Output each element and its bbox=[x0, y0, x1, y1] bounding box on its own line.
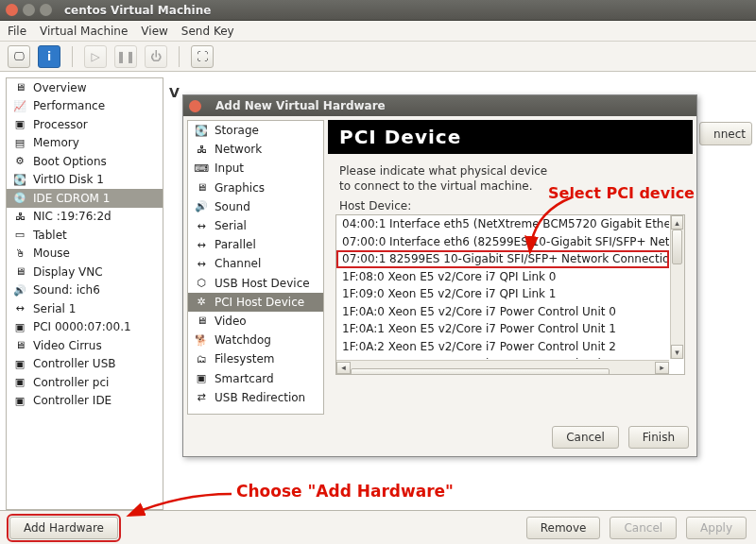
hw-type-icon: ⌨ bbox=[194, 162, 209, 175]
info-button[interactable]: i bbox=[38, 45, 60, 68]
sidebar-item[interactable]: 🔊Sound: ich6 bbox=[7, 281, 163, 300]
hardware-type-item[interactable]: 🖧Network bbox=[188, 140, 323, 159]
hardware-type-item[interactable]: ✲PCI Host Device bbox=[188, 293, 323, 312]
sidebar-item[interactable]: ▣Controller IDE bbox=[7, 392, 163, 411]
host-device-item[interactable]: 1F:0A:2 Xeon E5 v2/Core i7 Power Control… bbox=[336, 338, 669, 356]
add-hardware-button[interactable]: Add Hardware bbox=[9, 517, 118, 539]
device-icon: ▣ bbox=[12, 357, 27, 370]
host-device-item[interactable]: 04:00:1 Interface eth5 (NetXtreme BCM572… bbox=[336, 215, 669, 233]
device-icon: ▭ bbox=[12, 229, 27, 242]
hardware-type-item[interactable]: ⇄USB Redirection bbox=[188, 388, 323, 407]
hardware-type-item[interactable]: ⬡USB Host Device bbox=[188, 274, 323, 293]
device-icon: ▣ bbox=[12, 118, 27, 131]
scroll-down-icon[interactable]: ▾ bbox=[671, 345, 683, 359]
host-device-item[interactable]: 07:00:0 Interface eth6 (82599ES 10-Gigab… bbox=[336, 233, 669, 251]
remove-button[interactable]: Remove bbox=[526, 517, 601, 539]
pause-button[interactable]: ❚❚ bbox=[114, 45, 137, 68]
hardware-type-item[interactable]: ↔Parallel bbox=[188, 235, 323, 254]
sidebar-item-label: Performance bbox=[33, 99, 105, 112]
hardware-type-item[interactable]: ↔Channel bbox=[188, 254, 323, 273]
host-device-item[interactable]: 1F:09:0 Xeon E5 v2/Core i7 QPI Link 1 bbox=[336, 285, 669, 303]
sidebar-item-label: PCI 0000:07:00.1 bbox=[33, 320, 131, 333]
button-label: Cancel bbox=[624, 521, 662, 535]
cancel-button[interactable]: Cancel bbox=[610, 517, 677, 539]
maximize-icon[interactable] bbox=[40, 4, 52, 16]
hardware-type-item[interactable]: ↔Serial bbox=[188, 216, 323, 235]
button-label: nnect bbox=[713, 128, 746, 141]
hw-type-label: Graphics bbox=[215, 181, 265, 195]
dialog-finish-button[interactable]: Finish bbox=[628, 426, 689, 449]
minimize-icon[interactable] bbox=[23, 4, 35, 16]
hardware-type-item[interactable]: 🐕Watchdog bbox=[188, 331, 323, 349]
hardware-type-item[interactable]: ▣Smartcard bbox=[188, 368, 323, 387]
apply-button[interactable]: Apply bbox=[686, 517, 747, 539]
scroll-up-icon[interactable]: ▴ bbox=[671, 215, 683, 230]
menu-virtual-machine[interactable]: Virtual Machine bbox=[40, 25, 128, 38]
scroll-right-icon[interactable]: ▸ bbox=[655, 362, 669, 374]
menu-file[interactable]: File bbox=[8, 25, 26, 38]
hardware-type-item[interactable]: 🔊Sound bbox=[188, 197, 323, 216]
dialog-footer: Cancel Finish bbox=[183, 418, 696, 456]
host-device-item[interactable]: 1F:0A:3 Xeon E5 v2/Core i7 Power Control… bbox=[336, 355, 669, 359]
horizontal-scrollbar[interactable]: ◂ ▸ bbox=[336, 360, 669, 374]
sidebar-item[interactable]: ⚙Boot Options bbox=[7, 152, 163, 171]
sidebar-item[interactable]: ▭Tablet bbox=[7, 226, 163, 245]
host-device-list[interactable]: 04:00:1 Interface eth5 (NetXtreme BCM572… bbox=[335, 214, 685, 375]
sidebar-item[interactable]: 🖱Mouse bbox=[7, 245, 163, 264]
scroll-thumb[interactable] bbox=[351, 368, 610, 375]
hw-type-icon: ✲ bbox=[194, 296, 209, 309]
run-button[interactable]: ▷ bbox=[84, 45, 107, 68]
sidebar-item[interactable]: ↔Serial 1 bbox=[7, 299, 163, 318]
hw-type-icon: ⇄ bbox=[194, 391, 209, 404]
connect-button[interactable]: nnect bbox=[699, 122, 752, 145]
sidebar-item[interactable]: 💽VirtIO Disk 1 bbox=[7, 171, 163, 190]
scroll-thumb[interactable] bbox=[672, 230, 682, 264]
hw-type-label: Storage bbox=[215, 124, 259, 137]
close-icon[interactable] bbox=[6, 4, 18, 16]
host-device-item[interactable]: 1F:0A:1 Xeon E5 v2/Core i7 Power Control… bbox=[336, 320, 669, 338]
dialog-titlebar: Add New Virtual Hardware bbox=[183, 95, 696, 116]
dialog-page-header: PCI Device bbox=[328, 120, 693, 154]
hw-type-label: USB Redirection bbox=[215, 391, 305, 404]
hardware-type-item[interactable]: 🗂Filesystem bbox=[188, 349, 323, 368]
scroll-left-icon[interactable]: ◂ bbox=[336, 362, 351, 374]
hardware-type-item[interactable]: ⌨Input bbox=[188, 159, 323, 178]
menubar: File Virtual Machine View Send Key bbox=[0, 21, 756, 42]
bottom-bar: Add Hardware Remove Cancel Apply bbox=[0, 510, 756, 544]
sidebar-item[interactable]: ▤Memory bbox=[7, 134, 163, 153]
console-button[interactable]: 🖵 bbox=[8, 45, 30, 68]
hw-type-icon: 🖥 bbox=[194, 181, 209, 195]
hw-type-icon: 🔊 bbox=[194, 200, 209, 213]
close-icon[interactable] bbox=[189, 100, 201, 112]
sidebar-item[interactable]: ▣Controller USB bbox=[7, 355, 163, 374]
shutdown-button[interactable]: ⏻ bbox=[145, 45, 167, 68]
menu-view[interactable]: View bbox=[141, 25, 167, 38]
sidebar-item[interactable]: 🖥Video Cirrus bbox=[7, 336, 163, 355]
vertical-scrollbar[interactable]: ▴ ▾ bbox=[670, 215, 684, 359]
hw-type-icon: 💽 bbox=[194, 124, 209, 137]
host-device-item[interactable]: 07:00:1 82599ES 10-Gigabit SFI/SFP+ Netw… bbox=[336, 250, 669, 268]
sidebar-item[interactable]: ▣PCI 0000:07:00.1 bbox=[7, 318, 163, 337]
host-device-item[interactable]: 1F:0A:0 Xeon E5 v2/Core i7 Power Control… bbox=[336, 303, 669, 321]
host-device-item[interactable]: 1F:08:0 Xeon E5 v2/Core i7 QPI Link 0 bbox=[336, 268, 669, 286]
hardware-type-item[interactable]: 🖥Graphics bbox=[188, 178, 323, 197]
hardware-type-item[interactable]: 🖥Video bbox=[188, 312, 323, 331]
sidebar-item[interactable]: 🖥Overview bbox=[7, 78, 163, 97]
menu-send-key[interactable]: Send Key bbox=[181, 25, 234, 38]
hardware-type-item[interactable]: 💽Storage bbox=[188, 121, 323, 140]
sidebar-item[interactable]: 📈Performance bbox=[7, 97, 163, 116]
device-icon: 🖥 bbox=[12, 265, 27, 279]
hw-type-label: Watchdog bbox=[215, 333, 271, 347]
fullscreen-button[interactable]: ⛶ bbox=[191, 45, 214, 68]
sidebar-item[interactable]: 💿IDE CDROM 1 bbox=[7, 189, 163, 208]
sidebar-item[interactable]: ▣Processor bbox=[7, 115, 163, 134]
content-header-fragment: V bbox=[169, 85, 180, 100]
sidebar-item[interactable]: 🖧NIC :19:76:2d bbox=[7, 208, 163, 227]
sidebar-item-label: Controller USB bbox=[33, 357, 115, 370]
hw-type-label: Smartcard bbox=[215, 372, 274, 385]
dialog-cancel-button[interactable]: Cancel bbox=[552, 426, 619, 449]
sidebar-item[interactable]: ▣Controller pci bbox=[7, 373, 163, 392]
hw-type-label: Serial bbox=[215, 219, 247, 232]
sidebar-item[interactable]: 🖥Display VNC bbox=[7, 263, 163, 281]
sidebar-item-label: NIC :19:76:2d bbox=[33, 210, 112, 223]
